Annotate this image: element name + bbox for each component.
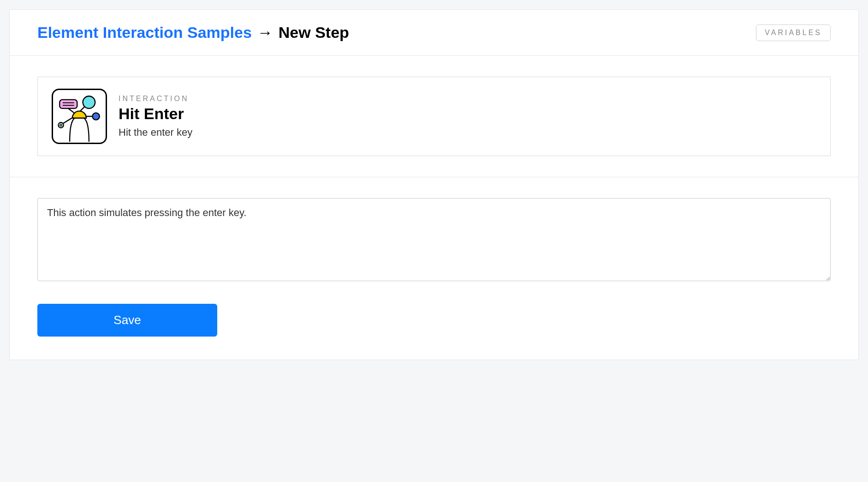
- page-header: Element Interaction Samples → New Step V…: [10, 10, 858, 56]
- step-description-input[interactable]: [37, 198, 831, 281]
- interaction-icon: [52, 89, 107, 144]
- svg-point-7: [83, 96, 95, 108]
- interaction-card: INTERACTION Hit Enter Hit the enter key: [37, 77, 831, 156]
- interaction-category-label: INTERACTION: [119, 95, 192, 103]
- svg-rect-4: [59, 100, 77, 108]
- arrow-right-icon: →: [257, 24, 273, 42]
- breadcrumb: Element Interaction Samples → New Step: [37, 24, 349, 42]
- main-container: Element Interaction Samples → New Step V…: [9, 9, 859, 360]
- breadcrumb-parent-link[interactable]: Element Interaction Samples: [37, 24, 252, 42]
- interaction-title: Hit Enter: [119, 105, 192, 123]
- breadcrumb-current: New Step: [279, 24, 349, 42]
- svg-point-8: [93, 113, 100, 120]
- interaction-section: INTERACTION Hit Enter Hit the enter key: [10, 56, 858, 177]
- variables-button[interactable]: VARIABLES: [756, 24, 831, 41]
- svg-point-10: [60, 124, 62, 127]
- interaction-text: INTERACTION Hit Enter Hit the enter key: [119, 95, 192, 139]
- interaction-description: Hit the enter key: [119, 127, 192, 139]
- form-section: Save: [10, 177, 858, 360]
- save-button[interactable]: Save: [37, 304, 217, 337]
